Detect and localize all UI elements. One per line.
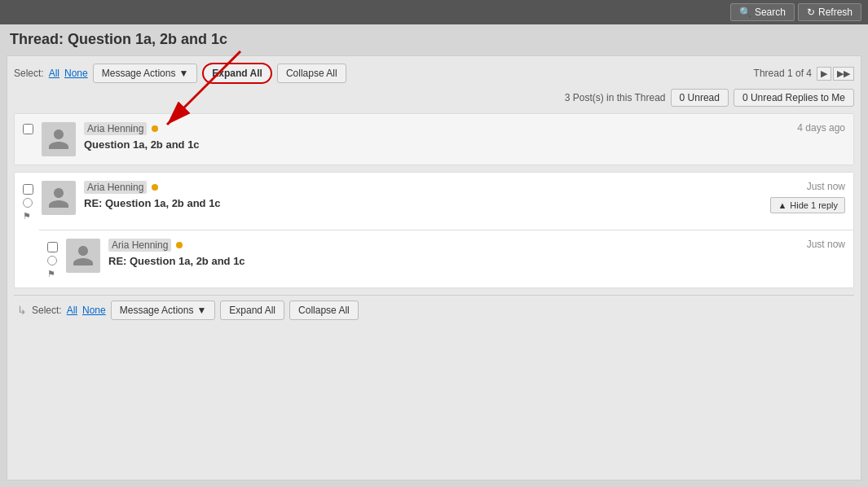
flag-icon-2: ⚑ — [23, 211, 33, 222]
nav-arrows: ▶ ▶▶ — [817, 67, 854, 81]
bottom-message-actions-button[interactable]: Message Actions ▼ — [111, 301, 216, 320]
collapse-all-button[interactable]: Collapse All — [277, 64, 346, 83]
bottom-select-none-link[interactable]: None — [82, 305, 106, 316]
last-thread-button[interactable]: ▶▶ — [833, 67, 854, 81]
search-icon: 🔍 — [739, 7, 751, 18]
post-body-2: Aria Henning RE: Question 1a, 2b and 1c — [84, 181, 739, 209]
nested-post-author-1: Aria Henning — [108, 239, 171, 252]
post-author-2: Aria Henning — [84, 181, 147, 194]
post-author-1: Aria Henning — [84, 122, 147, 135]
post-author-row-2: Aria Henning — [84, 181, 739, 194]
post-header-1: Aria Henning Question 1a, 2b and 1c 4 da… — [15, 114, 853, 165]
avatar-1 — [42, 122, 76, 156]
prev-thread-button[interactable]: ▶ — [817, 67, 831, 81]
post-card-1: Aria Henning Question 1a, 2b and 1c 4 da… — [14, 113, 854, 165]
nested-post-1: ⚑ Aria Henning RE: Question 1a, 2b and 1… — [39, 230, 853, 287]
indent-icon: ↳ — [17, 304, 27, 317]
nested-avatar-1 — [66, 239, 100, 273]
hide-reply-button[interactable]: ▲ Hide 1 reply — [770, 197, 845, 213]
thread-info: Thread 1 of 4 ▶ ▶▶ — [754, 67, 854, 81]
select-label: Select: — [14, 68, 44, 79]
nested-user-icon-1 — [71, 244, 95, 268]
main-content: Select: All None Message Actions ▼ Expan… — [7, 55, 861, 480]
select-all-link[interactable]: All — [49, 68, 59, 79]
post-card-2: ⚑ Aria Henning RE: Question 1a, 2b and 1… — [14, 172, 854, 288]
nested-flag-icon-1: ⚑ — [47, 269, 58, 279]
top-bar: 🔍 Search ↻ Refresh — [0, 0, 868, 24]
toolbar-left: Select: All None Message Actions ▼ Expan… — [14, 63, 346, 84]
hide-reply-label: Hide 1 reply — [790, 200, 838, 210]
post-actions-2: Just now ▲ Hide 1 reply — [747, 181, 845, 213]
author-dot-1 — [152, 125, 158, 132]
page-title: Thread: Question 1a, 2b and 1c — [10, 31, 227, 48]
select-none-link[interactable]: None — [64, 68, 88, 79]
message-actions-button[interactable]: Message Actions ▼ — [93, 64, 198, 83]
post-time-1: 4 days ago — [797, 122, 845, 134]
nested-post-body-1: Aria Henning RE: Question 1a, 2b and 1c — [108, 239, 799, 267]
post-header-2: ⚑ Aria Henning RE: Question 1a, 2b and 1… — [15, 173, 853, 230]
bottom-collapse-all-button[interactable]: Collapse All — [289, 301, 359, 320]
bottom-expand-all-button[interactable]: Expand All — [220, 301, 284, 320]
post-icons-2: ⚑ — [23, 182, 33, 222]
nested-radio-icon-1 — [47, 256, 57, 265]
post-count-label: 3 Post(s) in this Thread — [565, 92, 666, 103]
post-checkbox-2[interactable] — [23, 184, 33, 195]
top-toolbar: Select: All None Message Actions ▼ Expan… — [14, 63, 854, 84]
unread-replies-badge: 0 Unread Replies to Me — [734, 89, 854, 107]
search-label: Search — [755, 7, 786, 18]
nested-author-dot-1 — [176, 242, 183, 248]
post-subject-2: RE: Question 1a, 2b and 1c — [84, 197, 739, 209]
bottom-dropdown-icon: ▼ — [196, 305, 206, 316]
post-subject-1: Question 1a, 2b and 1c — [84, 138, 789, 151]
bottom-select-all-link[interactable]: All — [67, 305, 77, 316]
refresh-button[interactable]: ↻ Refresh — [798, 3, 861, 21]
dropdown-icon: ▼ — [178, 68, 188, 79]
post-count-row: 3 Post(s) in this Thread 0 Unread 0 Unre… — [14, 89, 854, 107]
avatar-2 — [42, 181, 76, 215]
thread-of-label: Thread 1 of 4 — [754, 68, 812, 79]
nested-post-checkbox-1[interactable] — [47, 242, 58, 252]
user-icon-2 — [46, 186, 71, 210]
unread-badge: 0 Unread — [671, 89, 729, 107]
refresh-label: Refresh — [818, 7, 853, 18]
bottom-toolbar: ↳ Select: All None Message Actions ▼ Exp… — [14, 295, 854, 325]
post-time-2: Just now — [807, 181, 845, 192]
author-dot-2 — [152, 184, 158, 191]
bottom-message-actions-label: Message Actions — [120, 305, 194, 316]
refresh-icon: ↻ — [807, 7, 815, 18]
toolbar-right: Thread 1 of 4 ▶ ▶▶ — [754, 67, 854, 81]
nested-post-author-row-1: Aria Henning — [108, 239, 799, 252]
nested-post-header-1: ⚑ Aria Henning RE: Question 1a, 2b and 1… — [39, 230, 853, 287]
message-actions-label: Message Actions — [102, 68, 176, 79]
expand-all-button[interactable]: Expand All — [202, 63, 272, 84]
search-button[interactable]: 🔍 Search — [730, 3, 795, 21]
radio-icon-2 — [23, 198, 33, 208]
user-icon-1 — [46, 127, 71, 151]
nested-post-time-1: Just now — [807, 239, 845, 250]
triangle-up-icon: ▲ — [778, 200, 786, 210]
nested-post-icons-1: ⚑ — [47, 240, 58, 279]
post-checkbox-1[interactable] — [23, 124, 33, 134]
post-author-row-1: Aria Henning — [84, 122, 789, 135]
nested-post-subject-1: RE: Question 1a, 2b and 1c — [108, 255, 799, 267]
bottom-select-label: Select: — [32, 305, 62, 316]
post-body-1: Aria Henning Question 1a, 2b and 1c — [84, 122, 789, 151]
